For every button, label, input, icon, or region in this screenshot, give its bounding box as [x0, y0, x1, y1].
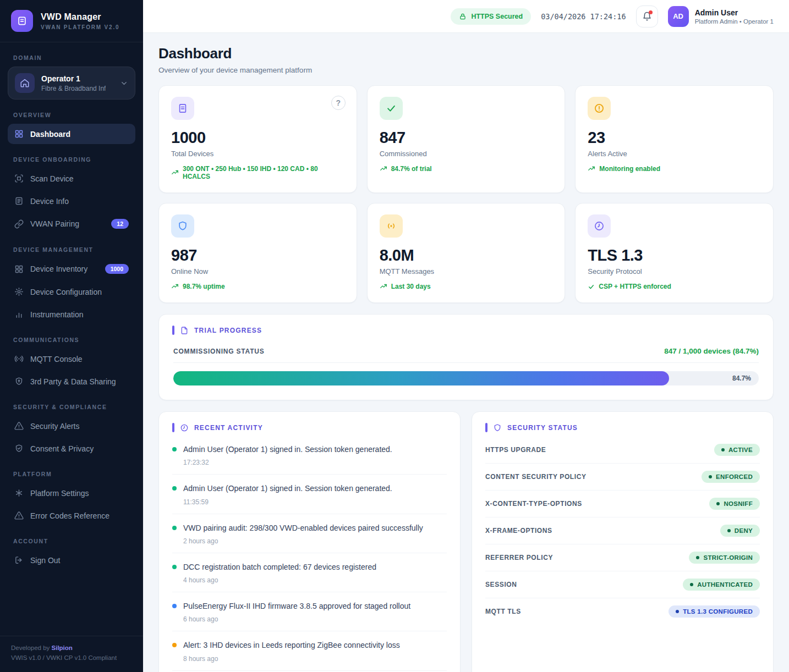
stat-label: Alerts Active: [588, 150, 761, 158]
clock-icon: [588, 214, 611, 238]
user-role: Platform Admin • Operator 1: [695, 18, 774, 25]
stat-value: 8.0M: [380, 246, 553, 265]
document-icon: [180, 326, 189, 335]
sidebar-item-label: MQTT Console: [30, 355, 83, 363]
sidebar-item-label: Scan Device: [30, 174, 74, 183]
domain-description: Fibre & Broadband Inf: [41, 85, 106, 92]
sidebar-item-instrumentation[interactable]: Instrumentation: [8, 304, 135, 324]
activity-text: DCC registration batch completed: 67 dev…: [183, 561, 376, 572]
sidebar-item-consent-privacy[interactable]: Consent & Privacy: [8, 438, 135, 459]
shield-key-icon: [14, 377, 24, 386]
sidebar-item-dashboard[interactable]: Dashboard: [8, 124, 135, 144]
sidebar-item-3rd-party-data-sharing[interactable]: 3rd Party & Data Sharing: [8, 371, 135, 392]
stat-trend: Monitoring enabled: [588, 165, 761, 173]
activity-item: PulseEnergy Flux-II IHD firmware 3.8.5 a…: [172, 592, 447, 631]
activity-list: Admin User (Operator 1) signed in. Sessi…: [172, 436, 447, 672]
activity-text: Admin User (Operator 1) signed in. Sessi…: [183, 444, 392, 455]
stat-trend: 98.7% uptime: [171, 283, 344, 290]
broadcast-dot-icon: [380, 214, 403, 238]
sidebar-item-error-codes-reference[interactable]: Error Codes Reference: [8, 505, 135, 526]
trial-progress-panel: TRIAL PROGRESS COMMISSIONING STATUS 847 …: [158, 314, 774, 400]
sidebar-item-label: Platform Settings: [30, 489, 89, 498]
status-badge: ENFORCED: [702, 471, 760, 483]
help-icon[interactable]: ?: [331, 96, 346, 110]
security-label: X-FRAME-OPTIONS: [485, 527, 552, 535]
notification-dot: [649, 10, 653, 14]
sidebar-item-security-alerts[interactable]: Security Alerts: [8, 416, 135, 436]
sidebar-item-label: Device Info: [30, 197, 69, 206]
commissioning-status-value: 847 / 1,000 devices (84.7%): [664, 347, 759, 355]
activity-time: 8 hours ago: [183, 655, 447, 663]
status-text: TLS 1.3 CONFIGURED: [683, 608, 753, 615]
file-text-icon: [171, 97, 194, 120]
sidebar-item-device-inventory[interactable]: Device Inventory 1000: [8, 258, 135, 279]
status-text: DENY: [735, 527, 753, 534]
stat-trend: 300 ONT • 250 Hub • 150 IHD • 120 CAD • …: [171, 165, 344, 180]
sidebar-item-platform-settings[interactable]: Platform Settings: [8, 483, 135, 503]
security-row: REFERRER POLICY STRICT-ORIGIN: [485, 544, 760, 571]
sidebar-item-mqtt-console[interactable]: MQTT Console: [8, 349, 135, 369]
activity-time: 2 hours ago: [183, 537, 447, 545]
security-row: X-FRAME-OPTIONS DENY: [485, 517, 760, 544]
status-dot: [716, 502, 720, 505]
status-text: AUTHENTICATED: [697, 581, 753, 588]
panel-title: RECENT ACTIVITY: [194, 424, 263, 432]
status-dot: [696, 556, 699, 559]
status-badge: AUTHENTICATED: [683, 579, 760, 591]
stat-value: 1000: [171, 129, 344, 147]
stat-label: Online Now: [171, 267, 344, 276]
status-dot: [709, 475, 712, 478]
domain-selector[interactable]: Operator 1 Fibre & Broadband Inf: [8, 67, 135, 100]
activity-text: Admin User (Operator 1) signed in. Sessi…: [183, 483, 392, 494]
broadcast-icon: [14, 354, 24, 363]
section-label-account: ACCOUNT: [13, 538, 130, 544]
stat-value: TLS 1.3: [588, 246, 761, 265]
sidebar-item-label: Device Configuration: [30, 288, 102, 296]
security-label: SESSION: [485, 581, 517, 588]
status-badge: STRICT-ORIGIN: [689, 552, 760, 564]
section-label-security-compliance: SECURITY & COMPLIANCE: [13, 404, 130, 410]
stat-trend: 84.7% of trial: [380, 165, 553, 173]
stat-value: 987: [171, 246, 344, 265]
user-name: Admin User: [695, 8, 774, 17]
notifications-button[interactable]: [636, 5, 658, 27]
bottom-grid: RECENT ACTIVITY Admin User (Operator 1) …: [158, 411, 774, 672]
trending-up-icon: [171, 283, 179, 290]
status-badge: ACTIVE: [714, 444, 760, 456]
sidebar-item-device-info[interactable]: Device Info: [8, 191, 135, 211]
security-label: REFERRER POLICY: [485, 554, 553, 561]
sidebar-item-device-configuration[interactable]: Device Configuration: [8, 282, 135, 302]
user-menu[interactable]: AD Admin User Platform Admin • Operator …: [668, 6, 774, 27]
sidebar-item-vwan-pairing[interactable]: VWAN Pairing 12: [8, 213, 135, 234]
main-area: HTTPS Secured 03/04/2026 17:24:16 AD Adm…: [143, 0, 789, 672]
pairing-count-badge: 12: [111, 219, 129, 229]
alert-circle-icon: [588, 97, 611, 120]
scan-icon: [14, 174, 24, 183]
page-subtitle: Overview of your device management platf…: [158, 66, 774, 74]
sidebar-item-scan-device[interactable]: Scan Device: [8, 168, 135, 189]
section-label-communications: COMMUNICATIONS: [13, 337, 130, 343]
accent-bar: [172, 423, 174, 432]
sidebar-item-label: Error Codes Reference: [30, 511, 109, 520]
developed-by-text: Developed by: [11, 645, 50, 651]
vendor-link[interactable]: Silpion: [52, 645, 73, 651]
security-label: CONTENT SECURITY POLICY: [485, 473, 587, 481]
progress-bar-fill: [173, 371, 669, 385]
header-timestamp: 03/04/2026 17:24:16: [541, 12, 626, 21]
warning-triangle-icon: [14, 511, 24, 520]
status-dot: [172, 486, 177, 491]
activity-item: Admin User (Operator 1) signed in. Sessi…: [172, 475, 447, 514]
activity-text: VWD pairing audit: 298/300 VWD-enabled d…: [183, 522, 423, 533]
sidebar-item-label: Security Alerts: [30, 422, 79, 431]
dashboard-grid-icon: [14, 129, 24, 139]
sidebar-item-sign-out[interactable]: Sign Out: [8, 550, 135, 570]
sidebar-item-label: VWAN Pairing: [30, 219, 79, 228]
accent-bar: [485, 423, 487, 432]
domain-name: Operator 1: [41, 74, 106, 83]
activity-text: PulseEnergy Flux-II IHD firmware 3.8.5 a…: [183, 601, 410, 612]
status-dot: [172, 643, 177, 647]
activity-item: Alert: 3 IHD devices in Leeds reporting …: [172, 631, 447, 670]
chevron-down-icon: [120, 79, 128, 87]
stat-trend-text: 98.7% uptime: [183, 283, 225, 290]
sidebar-item-label: Instrumentation: [30, 310, 84, 319]
